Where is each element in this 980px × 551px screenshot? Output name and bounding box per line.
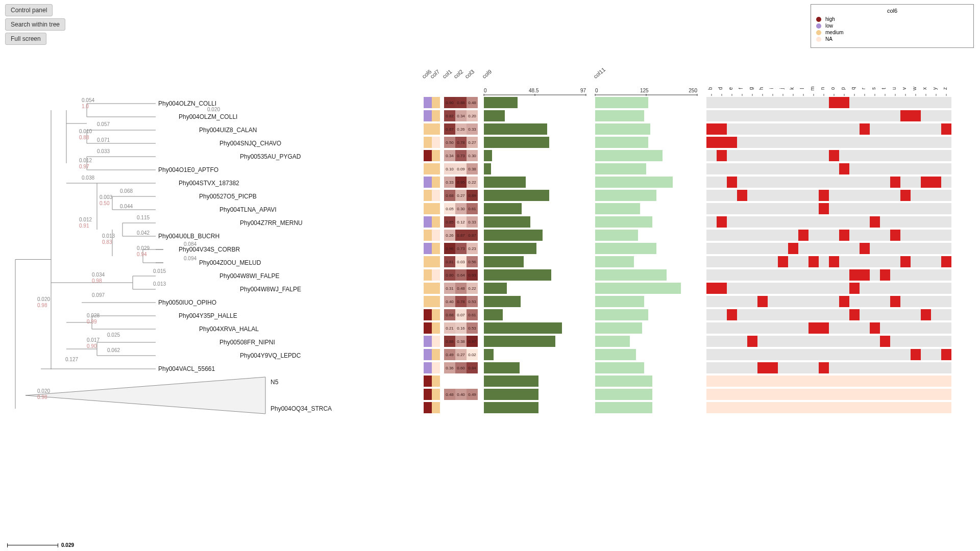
binary-header: e [728,85,733,92]
col9-bar [484,190,549,201]
legend-item: high [816,16,968,22]
binary-on [870,322,880,334]
heat-cell: 0.88 [455,97,467,108]
binary-on [747,336,757,347]
binary-on [706,137,717,148]
heat-cell: 0.20 [467,110,478,121]
binary-on [737,190,747,201]
binary-header: i [769,85,774,92]
binary-on [839,163,849,174]
col9-bar [484,322,562,334]
heat-cell: 0.31 [444,283,455,294]
binary-on [911,349,921,360]
heat-cell: 0.10 [444,163,455,174]
binary-on [829,150,839,161]
data-row: 0.400.780.53 [5,296,975,307]
col6-cell [424,389,432,400]
col9-bar [484,110,505,121]
col11-bar [595,203,640,214]
binary-header: d [718,85,723,92]
binary-on [819,203,829,214]
legend-item: medium [816,29,968,36]
binary-header: m [810,85,815,92]
legend-title: col6 [816,8,968,14]
binary-bg [706,322,951,334]
binary-on [870,216,880,228]
heat-cell: 0.48 [455,283,467,294]
data-row: 0.680.270.89 [5,190,975,201]
heat-cell: 0.93 [467,269,478,281]
col9-bar [484,389,538,400]
heat-cell: 0.02 [467,349,478,360]
col11-bar [595,269,667,281]
col9-bar [484,203,522,214]
binary-header: f [738,85,744,92]
binary-on [931,177,941,188]
fullscreen-button[interactable]: Full screen [5,33,46,45]
col9-bar [484,296,521,307]
heat-cell: 0.53 [467,296,478,307]
binary-on [890,296,900,307]
heat-cell: 0.40 [455,389,467,400]
col6-cell [424,203,432,214]
col9-bar [484,256,524,267]
binary-header: q [850,85,856,92]
heat-cell: 0.40 [444,296,455,307]
col11-bar [595,190,656,201]
binary-on [921,177,931,188]
heat-cell: 0.82 [444,110,455,121]
heat-cell: 0.12 [455,216,467,228]
binary-on [717,150,727,161]
binary-on [819,190,829,201]
heat-cell: 0.61 [467,203,478,214]
control-panel-button[interactable]: Control panel [5,4,53,16]
binary-on [778,256,788,267]
col7-cell [432,296,440,307]
binary-on [768,362,778,373]
data-row: 0.880.380.97 [5,336,975,347]
col7-cell [432,375,440,387]
col6-cell [424,296,432,307]
heat-cell: 0.34 [444,150,455,161]
col6-cell [424,309,432,320]
search-tree-button[interactable]: Search within tree [5,18,65,31]
binary-on [849,283,860,294]
heat-cell: 0.09 [455,163,467,174]
legend: col6 highlowmediumNA [811,4,974,48]
col7-cell [432,402,440,413]
binary-bg [706,283,951,294]
heat-cell: 0.33 [467,216,478,228]
heat-cell: 0.73 [455,243,467,254]
scale-bar: 0.029 [7,542,74,548]
heat-cell [467,375,478,387]
data-row: 0.820.340.20 [5,110,975,121]
binary-on [808,256,819,267]
col9-bar [484,230,543,241]
data-row: 0.500.780.27 [5,137,975,148]
col9-bar [484,283,507,294]
col11-bar [595,309,648,320]
heat-cell: 0.27 [455,349,467,360]
legend-item: low [816,22,968,29]
binary-on [839,97,849,108]
col7-cell [432,362,440,373]
binary-on [829,256,839,267]
col9-bar [484,309,503,320]
data-row: 0.330.950.22 [5,177,975,188]
heat-cell: 0.56 [467,256,478,267]
binary-on [788,243,798,254]
col7-cell [432,97,440,108]
col9-bar [484,97,518,108]
legend-swatch [816,23,821,29]
col11-bar [595,283,681,294]
heat-cell: 0.97 [467,336,478,347]
col7-cell [432,123,440,135]
binary-header: z [942,85,948,92]
heat-cell: 0.90 [444,97,455,108]
col9-bar [484,362,520,373]
binary-na [706,375,951,387]
heat-cell: 0.49 [467,389,478,400]
binary-on [706,123,717,135]
data-row: 0.870.260.33 [5,123,975,135]
col11-bar [595,137,648,148]
